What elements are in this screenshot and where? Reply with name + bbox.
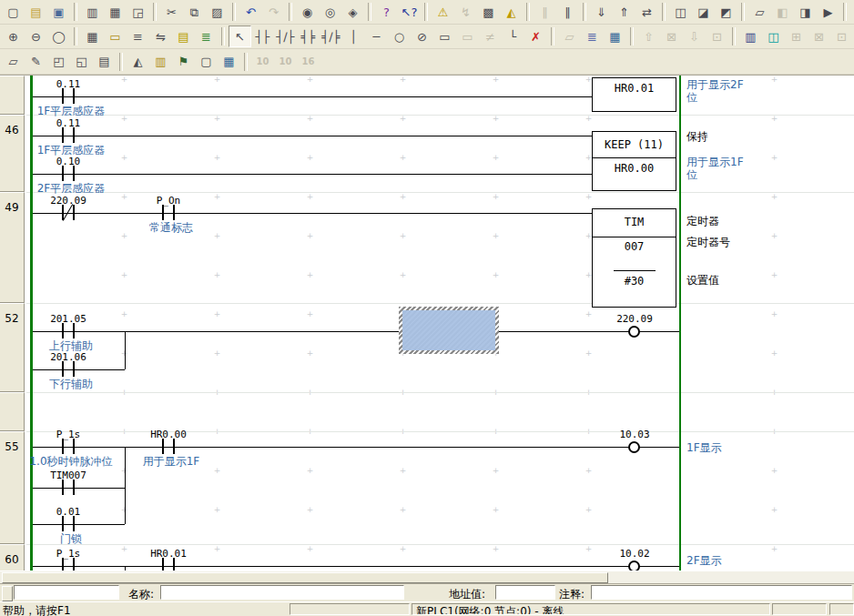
contact-no[interactable] — [57, 515, 79, 533]
context-help-icon[interactable]: ↖? — [398, 1, 421, 23]
compile-icon[interactable]: ⚠ — [432, 1, 454, 23]
compare-with-plc-icon[interactable]: ⇄ — [635, 1, 658, 23]
zoom-in-icon[interactable]: ⊕ — [2, 25, 25, 47]
help-icon[interactable]: ? — [375, 1, 398, 23]
address-tool-icon[interactable]: ▥ — [149, 51, 172, 73]
pause-icon[interactable]: ‖ — [556, 1, 579, 23]
contact-open-icon[interactable]: ┤├ — [251, 25, 274, 47]
line-down-icon[interactable]: └ — [502, 25, 524, 47]
show-mnemonics-icon[interactable]: ≡ — [127, 25, 149, 47]
upload-from-plc-icon[interactable]: ⇑ — [613, 1, 635, 23]
rung-number-cell[interactable]: 60 — [0, 544, 25, 571]
mode-monitor-icon[interactable]: ◨ — [794, 1, 817, 23]
contact-no[interactable] — [158, 438, 179, 456]
name-field[interactable] — [160, 585, 404, 600]
online-edit-icon[interactable]: ↯ — [454, 1, 477, 23]
horizontal-line-icon[interactable]: ─ — [365, 25, 388, 47]
replace-all-icon[interactable]: ◈ — [341, 1, 364, 23]
address-reference-icon[interactable]: ⇋ — [149, 25, 172, 47]
replace-icon[interactable]: ◎ — [319, 1, 341, 23]
instruction-block[interactable]: KEEP (11)HR0.00 — [592, 131, 676, 191]
or-contact-open-icon[interactable]: ╡╞ — [297, 25, 320, 47]
decompile-program-icon[interactable]: ≣ — [581, 25, 604, 47]
symbol-bar-button[interactable] — [2, 586, 13, 601]
output-coil[interactable] — [628, 326, 640, 338]
instruction-box-2-icon[interactable]: ▭ — [456, 25, 479, 47]
contact-no[interactable] — [57, 322, 79, 340]
open-icon[interactable]: ▤ — [25, 1, 47, 23]
rung-comment-icon[interactable]: ▭ — [104, 25, 127, 47]
horizontal-scrollbar[interactable] — [0, 571, 854, 584]
clear-monitor-icon[interactable]: ◩ — [715, 1, 737, 23]
monitor-decimal-icon[interactable]: 10 — [251, 51, 274, 73]
new-icon[interactable]: ▢ — [2, 1, 25, 23]
mode-debug-icon[interactable]: ◧ — [771, 1, 794, 23]
differential-monitor-icon[interactable]: ▥ — [739, 25, 762, 47]
selection-rectangle[interactable] — [399, 307, 499, 354]
contact-no[interactable] — [158, 204, 179, 222]
transfer-settings-icon[interactable]: ▩ — [477, 1, 500, 23]
online-edit-send-icon[interactable]: ⇩ — [683, 25, 706, 47]
select-tool-icon[interactable]: ↖ — [229, 25, 251, 47]
coil-open-icon[interactable]: ○ — [388, 25, 411, 47]
output-coil[interactable] — [628, 441, 640, 453]
step-run-icon[interactable]: ⌐ — [850, 1, 854, 23]
zoom-out-icon[interactable]: ⊖ — [25, 25, 47, 47]
find-report-icon[interactable]: ◭ — [500, 1, 523, 23]
save-icon[interactable]: ▣ — [47, 1, 70, 23]
window-4-icon[interactable]: ⊡ — [830, 25, 853, 47]
contact-no[interactable] — [57, 479, 79, 497]
mode-run-icon[interactable]: ▶ — [817, 1, 839, 23]
symbol-mini-field[interactable] — [14, 585, 119, 600]
monitor-signed-decimal-icon[interactable]: 10 — [274, 51, 297, 73]
scrollbar-thumb[interactable] — [2, 572, 608, 583]
comment-field[interactable] — [591, 585, 852, 600]
print-preview-icon[interactable]: ◲ — [127, 1, 149, 23]
undo-icon[interactable]: ↶ — [239, 1, 262, 23]
paste-icon[interactable]: ▨ — [206, 1, 229, 23]
redo-icon[interactable]: ↷ — [262, 1, 285, 23]
rung-number-cell[interactable]: 55 — [0, 431, 25, 544]
contact-no[interactable] — [57, 165, 79, 183]
data-trace-icon[interactable]: ◪ — [692, 1, 715, 23]
coil-closed-icon[interactable]: ⊘ — [411, 25, 433, 47]
rung-number-cell[interactable]: 49 — [0, 192, 25, 303]
window-2-icon[interactable]: ⊞ — [785, 25, 808, 47]
invert-instruction-icon[interactable]: ≠ — [479, 25, 502, 47]
delete-line-icon[interactable]: ✗ — [524, 25, 547, 47]
cross-reference-icon[interactable]: ◭ — [127, 51, 149, 73]
find-window-icon[interactable]: ◱ — [70, 51, 93, 73]
or-contact-closed-icon[interactable]: ╡∕╞ — [320, 25, 342, 47]
instruction-box-icon[interactable]: ▭ — [433, 25, 456, 47]
properties-icon[interactable]: ▤ — [93, 51, 116, 73]
download-to-plc-icon[interactable]: ⇓ — [590, 1, 613, 23]
options-icon[interactable]: ✎ — [25, 51, 47, 73]
instruction-block[interactable]: HR0.01 — [592, 77, 676, 112]
watch-flag-icon[interactable]: ⚑ — [172, 51, 195, 73]
pause-with-trigger-icon[interactable]: ‖ — [534, 1, 556, 23]
monitor-hex-icon[interactable]: 16 — [297, 51, 320, 73]
edit-window-icon[interactable]: ◰ — [47, 51, 70, 73]
cut-icon[interactable]: ✂ — [160, 1, 183, 23]
online-edit-cancel-icon[interactable]: ⊠ — [660, 25, 683, 47]
online-edit-begin-icon[interactable]: ⇧ — [637, 25, 660, 47]
vertical-line-icon[interactable]: │ — [342, 25, 365, 47]
contact-closed-icon[interactable]: ┤∕├ — [274, 25, 297, 47]
zoom-100-icon[interactable]: ◯ — [47, 25, 70, 47]
output-window-icon[interactable]: ▢ — [195, 51, 218, 73]
show-grid-icon[interactable]: ▦ — [81, 25, 104, 47]
contact-no[interactable] — [57, 126, 79, 145]
contact-no[interactable] — [57, 438, 79, 456]
copy-icon[interactable]: ⧉ — [183, 1, 206, 23]
new-view-icon[interactable]: ▱ — [2, 51, 25, 73]
mode-program-icon[interactable]: ▱ — [748, 1, 771, 23]
print-setup-icon[interactable]: ▥ — [81, 1, 104, 23]
contact-no[interactable] — [57, 360, 79, 379]
print-icon[interactable]: ▦ — [104, 1, 127, 23]
instruction-block[interactable]: TIM007#30 — [592, 208, 676, 308]
monitor-icon[interactable]: ◫ — [669, 1, 692, 23]
symbols-bar-icon[interactable]: ≣ — [195, 25, 218, 47]
address-field[interactable] — [495, 585, 555, 600]
contact-nc[interactable] — [57, 204, 79, 222]
watch-window-icon[interactable]: ◫ — [762, 25, 785, 47]
